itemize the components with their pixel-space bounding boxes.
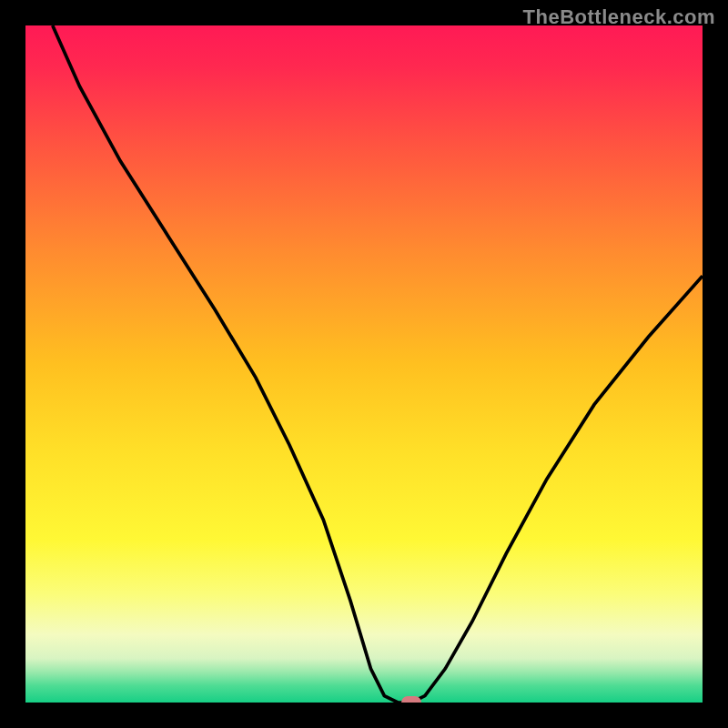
chart-svg [25,25,703,703]
chart-background [25,25,703,703]
watermark-source: TheBottleneck.com [523,5,715,29]
optimal-point-marker [401,696,421,703]
bottleneck-chart [25,25,703,703]
